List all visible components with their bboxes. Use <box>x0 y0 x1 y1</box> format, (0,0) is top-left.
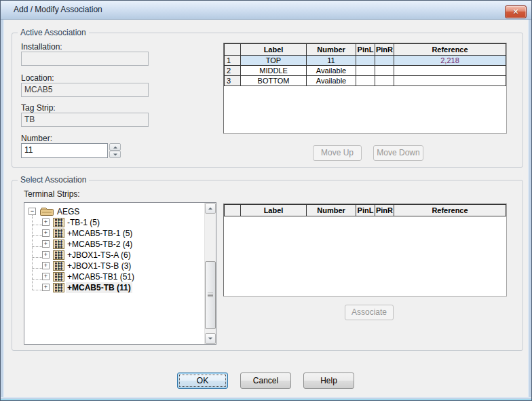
table-header-row: Label Number PinL PinR Reference <box>225 44 506 56</box>
cell-number: Available <box>307 76 356 86</box>
dialog-window: Add / Modify Association ✕ Active Associ… <box>0 0 532 401</box>
cell-reference <box>394 66 506 76</box>
cell-label: MIDDLE <box>241 66 307 76</box>
tree-item[interactable]: + -TB-1 (5) <box>24 217 204 228</box>
stepper-down-button[interactable] <box>109 151 121 158</box>
move-down-button[interactable]: Move Down <box>373 145 423 161</box>
col-pinl: PinL <box>356 44 375 56</box>
row-num: 1 <box>225 56 241 66</box>
number-input[interactable]: 11 <box>21 143 108 158</box>
associate-button[interactable]: Associate <box>345 305 394 320</box>
col-label: Label <box>241 44 307 56</box>
tree-item-root[interactable]: − AEGS <box>24 206 204 217</box>
move-up-button[interactable]: Move Up <box>313 145 362 161</box>
cell-number: Available <box>307 66 356 76</box>
expand-icon[interactable]: + <box>42 218 50 226</box>
terminal-strips-tree[interactable]: − AEGS + -TB-1 (5) + +MCAB5-TB-1 (5) + +… <box>24 202 216 345</box>
table-header-row: Label Number PinL PinR Reference <box>225 205 506 216</box>
col-label: Label <box>241 205 307 216</box>
tree-item-label: +MCAB5-TB (11) <box>66 282 132 293</box>
row-num: 3 <box>225 76 241 86</box>
cell-pinl <box>356 56 375 66</box>
tree-item-label: +MCAB5-TB-1 (5) <box>67 228 132 239</box>
stepper-up-button[interactable] <box>109 143 121 151</box>
location-label: Location: <box>21 73 54 83</box>
tag-strip-field: TB <box>21 113 149 127</box>
number-stepper <box>109 143 121 158</box>
cell-reference <box>394 76 506 86</box>
ok-button[interactable]: OK <box>177 373 228 389</box>
number-label: Number: <box>21 134 52 143</box>
triangle-up-icon <box>208 206 212 210</box>
scroll-up-button[interactable] <box>205 203 216 214</box>
expand-icon[interactable]: + <box>42 251 50 259</box>
table-row[interactable]: 3 BOTTOM Available <box>225 76 506 86</box>
tree-item[interactable]: + +MCAB5-TB1 (51) <box>24 271 204 282</box>
tree-item-label: +JBOX1-TS-A (6) <box>67 250 131 261</box>
tree-item-label: -TB-1 (5) <box>67 217 100 228</box>
col-pinl: PinL <box>356 205 375 216</box>
col-pinr: PinR <box>375 44 394 56</box>
tree-scrollbar[interactable] <box>204 203 216 344</box>
expand-icon[interactable]: + <box>42 240 50 248</box>
cancel-button[interactable]: Cancel <box>240 373 291 389</box>
cell-label: TOP <box>241 56 307 66</box>
triangle-up-icon <box>113 144 117 148</box>
cell-number: 11 <box>307 56 356 66</box>
cell-label: BOTTOM <box>241 76 307 86</box>
table-row[interactable]: 1 TOP 11 2,218 <box>225 56 506 66</box>
dialog-title: Add / Modify Association <box>14 1 102 19</box>
col-pinr: PinR <box>375 205 394 216</box>
window-frame-right <box>528 20 531 398</box>
col-reference: Reference <box>394 44 506 56</box>
cell-pinr <box>375 56 394 66</box>
installation-field <box>21 52 149 66</box>
triangle-down-icon <box>113 153 117 157</box>
expand-icon[interactable]: + <box>42 229 50 237</box>
select-association-grid: Label Number PinL PinR Reference <box>223 204 507 297</box>
active-association-table: Label Number PinL PinR Reference 1 TOP 1… <box>224 43 506 86</box>
col-reference: Reference <box>394 205 506 216</box>
expand-icon[interactable]: + <box>42 262 50 269</box>
tree-item[interactable]: + +JBOX1-TS-B (3) <box>24 261 204 271</box>
cell-pinl <box>356 66 375 76</box>
active-association-grid: Label Number PinL PinR Reference 1 TOP 1… <box>223 43 507 134</box>
tree-item[interactable]: + +MCAB5-TB-2 (4) <box>24 239 204 250</box>
cell-reference: 2,218 <box>394 56 506 66</box>
help-button[interactable]: Help <box>303 373 354 389</box>
cell-pinl <box>356 76 375 86</box>
collapse-icon[interactable]: − <box>28 208 36 215</box>
location-field: MCAB5 <box>21 83 149 97</box>
scroll-down-button[interactable] <box>205 333 216 344</box>
window-frame-left <box>1 20 4 398</box>
terminal-strip-icon <box>53 283 64 295</box>
tree-item[interactable]: + +JBOX1-TS-A (6) <box>24 250 204 261</box>
col-number: Number <box>307 44 356 56</box>
installation-label: Installation: <box>21 42 62 52</box>
terminal-strips-label: Terminal Strips: <box>24 189 80 199</box>
close-button[interactable]: ✕ <box>505 5 527 18</box>
cell-pinr <box>375 66 394 76</box>
select-association-table: Label Number PinL PinR Reference <box>224 204 506 216</box>
expand-icon[interactable]: + <box>42 273 50 280</box>
cell-pinr <box>375 76 394 86</box>
col-rownum <box>225 44 241 56</box>
title-bar: Add / Modify Association ✕ <box>1 1 531 20</box>
col-number: Number <box>307 205 356 216</box>
active-association-group-label: Active Association <box>18 28 89 37</box>
tree-item-label: +JBOX1-TS-B (3) <box>67 261 131 271</box>
tree-item[interactable]: + +MCAB5-TB-1 (5) <box>24 228 204 239</box>
col-rownum <box>225 205 241 216</box>
window-frame-bottom <box>1 397 531 400</box>
tree-item-selected[interactable]: + +MCAB5-TB (11) <box>24 282 204 293</box>
tree-item-label: +MCAB5-TB1 (51) <box>67 271 134 282</box>
table-row[interactable]: 2 MIDDLE Available <box>225 66 506 76</box>
row-num: 2 <box>225 66 241 76</box>
tree-item-label: +MCAB5-TB-2 (4) <box>67 239 132 250</box>
expand-icon[interactable]: + <box>42 284 50 291</box>
tree-item-label: AEGS <box>57 206 79 217</box>
scrollbar-thumb[interactable] <box>205 261 216 329</box>
triangle-down-icon <box>208 338 212 342</box>
close-icon: ✕ <box>512 7 518 16</box>
tag-strip-label: Tag Strip: <box>21 103 56 113</box>
